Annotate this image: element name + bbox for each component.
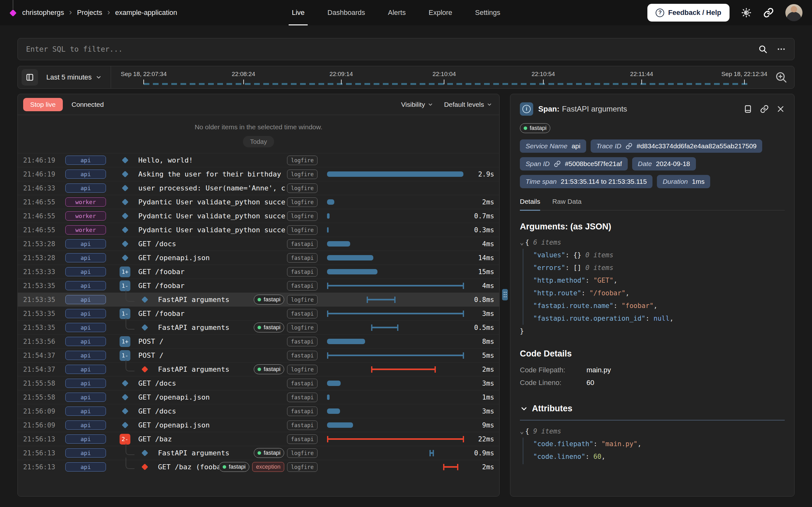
- stop-live-button[interactable]: Stop live: [23, 98, 63, 111]
- feedback-help-button[interactable]: ? Feedback / Help: [647, 4, 729, 21]
- time-range-dropdown[interactable]: Last 5 minutes: [46, 73, 102, 81]
- chip-label: Time span: [525, 178, 557, 185]
- tab-alerts[interactable]: Alerts: [388, 0, 406, 25]
- span-row[interactable]: 21:53:35api1-GET /foobarfastapi3ms: [18, 306, 499, 320]
- page-body: Last 5 minutes Sep 18, 22:07:3422:08:242…: [0, 38, 812, 497]
- span-row[interactable]: 21:56:13api2-GET /bazfastapi22ms: [18, 432, 499, 446]
- default-levels-dropdown[interactable]: Default levels: [444, 101, 492, 108]
- close-icon[interactable]: [776, 105, 785, 113]
- meta-chip-time-span[interactable]: Time span21:53:35.114 to 21:53:35.115: [520, 175, 653, 188]
- tab-settings[interactable]: Settings: [475, 0, 501, 25]
- duration-bar: [371, 325, 398, 331]
- row-timestamp: 21:53:33: [23, 268, 65, 276]
- meta-chip-date[interactable]: Date2024-09-18: [632, 157, 696, 170]
- tag-fastapi: fastapi: [287, 239, 317, 249]
- span-row[interactable]: 21:55:58apiGET /docsfastapi3ms: [18, 376, 499, 390]
- chip-value: api: [571, 142, 580, 150]
- span-row[interactable]: 21:53:56api1+POST /fastapi8ms: [18, 334, 499, 348]
- meta-chip-duration[interactable]: Duration1ms: [657, 175, 710, 188]
- duration-label: 3ms: [466, 407, 494, 415]
- span-row[interactable]: 21:54:37api1-POST /fastapi5ms: [18, 348, 499, 362]
- span-row[interactable]: 21:53:28apiGET /docsfastapi4ms: [18, 237, 499, 250]
- attributes-heading[interactable]: Attributes: [520, 404, 785, 413]
- span-row[interactable]: 21:56:09apiGET /docsfastapi3ms: [18, 404, 499, 418]
- chevron-down-icon: [96, 74, 102, 80]
- toggle-children-button[interactable]: 2-: [119, 434, 131, 445]
- tag-fastapi: fastapi: [254, 295, 284, 304]
- main-content: Stop live Connected Visibility Default l…: [17, 94, 795, 497]
- sidebar-toggle-button[interactable]: [21, 69, 38, 86]
- json-line: "errors": [] 0 items: [520, 262, 785, 274]
- span-row[interactable]: 21:56:09apiGET /openapi.jsonfastapi9ms: [18, 418, 499, 432]
- detail-header: i Span:FastAPI arguments: [520, 102, 785, 116]
- span-row[interactable]: 21:46:33apiuser processed: User(name='An…: [18, 181, 499, 195]
- tab-live[interactable]: Live: [292, 0, 305, 25]
- toggle-children-button[interactable]: 1+: [119, 267, 131, 277]
- logfire-logo[interactable]: [9, 9, 16, 16]
- toggle-children-button[interactable]: 1-: [119, 350, 131, 361]
- scope-pill-fastapi[interactable]: fastapi: [520, 123, 550, 133]
- toggle-children-button[interactable]: 1-: [119, 280, 131, 291]
- green-dot-icon: [258, 368, 261, 371]
- default-levels-label: Default levels: [444, 101, 484, 108]
- span-row[interactable]: 21:53:35apiFastAPI argumentsfastapilogfi…: [18, 320, 499, 334]
- span-row[interactable]: 21:53:33api1+GET /foobarfastapi15ms: [18, 265, 499, 279]
- tag-fastapi: fastapi: [287, 406, 317, 416]
- span-row[interactable]: 21:56:13apiFastAPI argumentsfastapilogfi…: [18, 446, 499, 460]
- tab-dashboards[interactable]: Dashboards: [327, 0, 365, 25]
- duration-bar: [371, 366, 436, 373]
- copy-link-icon[interactable]: [760, 105, 769, 113]
- zoom-in-icon[interactable]: [774, 71, 788, 84]
- visibility-dropdown[interactable]: Visibility: [401, 101, 433, 108]
- duration-track: [322, 268, 466, 275]
- toggle-children-button[interactable]: 1+: [119, 336, 131, 347]
- meta-chip-trace-id[interactable]: Trace ID#d834c3374dd6fa2e4aa82a55ab21750…: [591, 139, 762, 153]
- share-link-button[interactable]: [763, 7, 774, 18]
- breadcrumb-org[interactable]: christophergs: [22, 9, 64, 17]
- span-row[interactable]: 21:55:58apiGET /openapi.jsonfastapi1ms: [18, 390, 499, 404]
- span-row[interactable]: 21:46:55workerPydantic User validate_pyt…: [18, 223, 499, 237]
- json-line: "fastapi.route.operation_id": null,: [520, 312, 785, 325]
- meta-chip-span-id[interactable]: Span ID#5008bce5f7fe21af: [520, 157, 628, 170]
- span-row[interactable]: 21:46:55workerPydantic User validate_pyt…: [18, 209, 499, 223]
- span-row[interactable]: 21:54:37apiFastAPI argumentsfastapilogfi…: [18, 362, 499, 376]
- breadcrumb-projects[interactable]: Projects: [77, 9, 102, 17]
- user-avatar[interactable]: [785, 4, 803, 21]
- span-message: FastAPI arguments: [158, 324, 229, 331]
- span-row[interactable]: 21:53:35apiFastAPI argumentsfastapilogfi…: [18, 292, 499, 306]
- theme-toggle-button[interactable]: [741, 7, 752, 18]
- span-row[interactable]: 21:46:55workerPydantic User validate_pyt…: [18, 195, 499, 209]
- span-row[interactable]: 21:53:35api1-GET /foobarfastapi4ms: [18, 279, 499, 292]
- more-options-icon[interactable]: [776, 44, 786, 54]
- row-timestamp: 21:53:35: [23, 282, 65, 290]
- row-timestamp: 21:46:55: [23, 199, 65, 206]
- timeline-activity-dashes: [144, 83, 748, 85]
- meta-chip-service-name[interactable]: Service Nameapi: [520, 139, 586, 153]
- row-timestamp: 21:53:35: [23, 310, 65, 318]
- tab-explore[interactable]: Explore: [428, 0, 452, 25]
- span-row[interactable]: 21:56:13apiGET /baz (foobar)fastapiexcep…: [18, 460, 499, 474]
- span-row[interactable]: 21:53:28apiGET /openapi.jsonfastapi14ms: [18, 250, 499, 265]
- tab-raw-data[interactable]: Raw Data: [552, 198, 581, 210]
- span-row[interactable]: 21:46:19apiHello, world!logfire: [18, 153, 499, 167]
- dock-panel-icon[interactable]: [744, 105, 752, 113]
- span-row[interactable]: 21:46:19apiAsking the user for their bir…: [18, 167, 499, 181]
- span-diamond-icon: [141, 464, 148, 470]
- duration-bar: [327, 213, 329, 219]
- green-dot-icon: [223, 465, 226, 469]
- service-badge-api: api: [65, 337, 106, 346]
- timeline[interactable]: Sep 18, 22:07:3422:08:2422:09:1422:10:04…: [111, 66, 771, 89]
- duration-bar: [443, 464, 458, 470]
- tag-fastapi: fastapi: [287, 253, 317, 263]
- row-timestamp: 21:56:09: [23, 421, 65, 429]
- today-button[interactable]: Today: [243, 136, 274, 147]
- panel-resize-handle[interactable]: [502, 289, 508, 300]
- breadcrumb-project[interactable]: example-application: [115, 9, 177, 17]
- search-icon[interactable]: [758, 44, 768, 54]
- chip-label: Duration: [663, 178, 688, 185]
- tab-details[interactable]: Details: [520, 198, 540, 211]
- toggle-children-button[interactable]: 1-: [119, 308, 131, 319]
- sql-filter-input[interactable]: [26, 45, 758, 53]
- code-lineno-label: Code Lineno:: [520, 377, 587, 389]
- json-line: }: [520, 325, 785, 337]
